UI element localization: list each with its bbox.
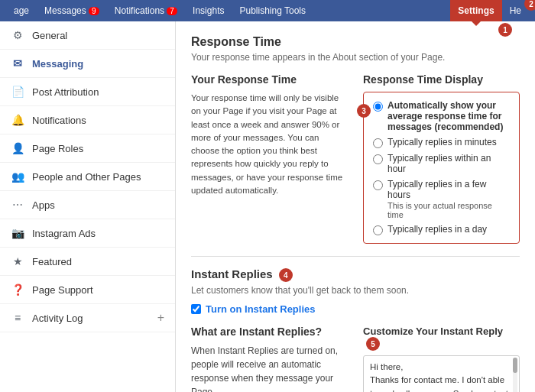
radio-group: Automatically show your average response…	[373, 100, 510, 235]
radio-few-hours-input[interactable]	[373, 180, 383, 190]
messages-badge: 9	[89, 7, 99, 15]
sidebar-item-people-other-pages[interactable]: 👥 People and Other Pages	[0, 163, 175, 191]
reply-box-content: Hi there, Thanks for contact me. I don't…	[364, 356, 519, 392]
sidebar-item-messaging[interactable]: ✉ Messaging 2	[0, 50, 175, 78]
post-attribution-icon: 📄	[11, 85, 24, 99]
response-time-title: Response Time	[191, 35, 520, 49]
nav-messages[interactable]: Messages 9	[37, 0, 107, 21]
sidebar-item-post-attribution[interactable]: 📄 Post Attribution	[0, 78, 175, 106]
sidebar-label-post-attribution: Post Attribution	[32, 86, 99, 98]
apps-icon: ⋯	[11, 198, 24, 212]
sidebar-label-activity: Activity Log	[32, 313, 83, 324]
scrollbar-thumb	[513, 358, 517, 373]
customize-title: Customize Your Instant Reply 5	[363, 326, 520, 351]
response-time-subtitle: Your response time appears in the About …	[191, 52, 520, 63]
main-content: Response Time Your response time appears…	[176, 21, 535, 392]
sidebar-label-apps: Apps	[32, 199, 55, 211]
radio-hour[interactable]: Typically replies within an hour	[373, 153, 510, 174]
radio-few-hours-label: Typically replies in a few hours	[387, 179, 510, 200]
sidebar-item-activity-log[interactable]: ≡ Activity Log +	[0, 304, 175, 332]
scrollbar[interactable]	[513, 358, 517, 392]
sidebar-item-apps[interactable]: ⋯ Apps	[0, 191, 175, 219]
instagram-icon: 📷	[11, 226, 24, 240]
radio-hour-input[interactable]	[373, 154, 383, 164]
sidebar-item-general[interactable]: ⚙ General	[0, 21, 175, 50]
what-instant-body: When Instant Replies are turned on, peop…	[191, 344, 348, 392]
your-response-time-col: Your Response Time Your response time wi…	[191, 73, 348, 244]
sidebar-item-featured[interactable]: ★ Featured	[0, 248, 175, 276]
instant-reply-textbox[interactable]: Hi there, Thanks for contact me. I don't…	[363, 355, 520, 392]
radio-few-hours[interactable]: Typically replies in a few hours This is…	[373, 179, 510, 219]
response-time-two-col: Your Response Time Your response time wi…	[191, 73, 520, 244]
page-roles-icon: 👤	[11, 141, 24, 155]
instant-replies-subtitle: Let customers know that you'll get back …	[191, 285, 520, 296]
reply-text-line2: Thanks for contact me. I don't able to r…	[370, 374, 513, 392]
nav-settings[interactable]: Settings	[450, 0, 501, 21]
top-navigation: age Messages 9 Notifications 7 Insights …	[0, 0, 535, 21]
radio-minutes-input[interactable]	[373, 138, 383, 148]
radio-hour-label: Typically replies within an hour	[387, 153, 510, 174]
radio-auto-input[interactable]	[373, 102, 383, 112]
settings-arrow-icon	[472, 21, 481, 26]
nav-page[interactable]: age	[6, 0, 37, 21]
nav-messages-label: Messages	[44, 5, 86, 16]
radio-day-input[interactable]	[373, 225, 383, 235]
what-instant-title: What are Instant Replies?	[191, 326, 348, 338]
sidebar-label-support: Page Support	[32, 284, 93, 296]
sidebar-label-instagram: Instagram Ads	[32, 228, 96, 239]
your-response-time-title: Your Response Time	[191, 73, 348, 86]
nav-publishing-label: Publishing Tools	[239, 5, 306, 16]
reply-text-line1: Hi there,	[370, 361, 513, 374]
sidebar-item-instagram-ads[interactable]: 📷 Instagram Ads	[0, 219, 175, 248]
messaging-icon: ✉	[11, 57, 24, 70]
sidebar-label-people: People and Other Pages	[32, 171, 141, 183]
radio-day-label: Typically replies in a day	[387, 224, 487, 235]
support-icon: ❓	[11, 283, 24, 296]
activity-icon: ≡	[11, 311, 24, 325]
section-divider	[191, 256, 520, 257]
annotation-4: 4	[279, 268, 293, 282]
sidebar: ⚙ General ✉ Messaging 2 📄 Post Attributi…	[0, 21, 176, 392]
annotation-5: 5	[366, 337, 380, 351]
featured-icon: ★	[11, 254, 24, 268]
sidebar-item-page-support[interactable]: ❓ Page Support	[0, 276, 175, 304]
radio-day[interactable]: Typically replies in a day	[373, 224, 510, 235]
response-time-display-box: Automatically show your average response…	[363, 92, 520, 244]
page-layout: ⚙ General ✉ Messaging 2 📄 Post Attributi…	[0, 21, 535, 392]
nav-insights-label: Insights	[193, 5, 224, 16]
sidebar-label-notifications: Notifications	[32, 115, 86, 126]
nav-help-label: He	[510, 5, 521, 16]
settings-label: Settings	[458, 5, 494, 16]
annotation-3: 3	[357, 104, 371, 118]
response-time-section: Response Time Your response time appears…	[191, 35, 520, 244]
sidebar-label-page-roles: Page Roles	[32, 143, 83, 154]
notifications-badge: 7	[167, 7, 177, 15]
instant-replies-checkbox[interactable]	[191, 304, 201, 314]
nav-page-label: age	[14, 5, 29, 16]
instant-replies-section: Instant Replies 4 Let customers know tha…	[191, 267, 520, 392]
sidebar-label-messaging: Messaging	[32, 58, 83, 70]
instant-replies-checkbox-row[interactable]: Turn on Instant Replies	[191, 303, 520, 315]
radio-minutes[interactable]: Typically replies in minutes	[373, 137, 510, 148]
radio-auto[interactable]: Automatically show your average response…	[373, 100, 510, 132]
notifications-icon: 🔔	[11, 113, 24, 127]
sidebar-item-page-roles[interactable]: 👤 Page Roles	[0, 134, 175, 163]
nav-notifications-label: Notifications	[115, 5, 164, 16]
nav-insights[interactable]: Insights	[185, 0, 232, 21]
instant-replies-title-text: Instant Replies	[191, 267, 273, 280]
radio-minutes-label: Typically replies in minutes	[387, 137, 497, 147]
radio-auto-label: Automatically show your average response…	[387, 100, 510, 132]
sidebar-label-general: General	[32, 30, 67, 41]
instant-replies-title: Instant Replies 4	[191, 267, 520, 282]
radio-few-hours-sub: This is your actual response time	[387, 201, 510, 219]
what-instant-replies-col: What are Instant Replies? When Instant R…	[191, 326, 348, 392]
sidebar-item-notifications[interactable]: 🔔 Notifications	[0, 106, 175, 134]
nav-notifications[interactable]: Notifications 7	[107, 0, 185, 21]
response-time-display-title: Response Time Display	[363, 73, 520, 86]
nav-publishing-tools[interactable]: Publishing Tools	[232, 0, 313, 21]
instant-two-col: What are Instant Replies? When Instant R…	[191, 326, 520, 392]
activity-log-expand[interactable]: +	[157, 311, 164, 325]
annotation-1: 1	[498, 23, 512, 37]
response-time-display-col: Response Time Display Automatically show…	[363, 73, 520, 244]
sidebar-label-featured: Featured	[32, 256, 72, 267]
